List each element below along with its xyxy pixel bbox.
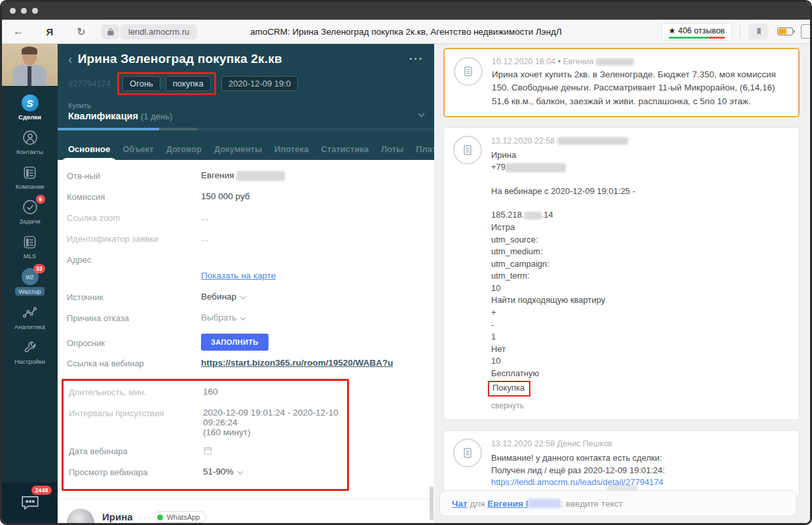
amocrm-logo-icon: S [22, 94, 39, 111]
calendar-icon[interactable] [203, 446, 213, 456]
analytics-icon [22, 304, 39, 321]
field-address: Адрес [67, 254, 426, 267]
deal-scrollbar-thumb[interactable] [430, 486, 434, 520]
companies-icon [22, 164, 39, 181]
deal-title: Ирина Зеленоград покупка 2к.кв [78, 52, 282, 66]
reviews-rating-bar [669, 37, 725, 39]
browser-toolbar: ← Я ↻ lendl.amocrm.ru amoCRM: Ирина Зеле… [2, 20, 810, 44]
deal-id: #27794174 [68, 79, 111, 88]
field-intervals: Интервалы присутствия 2020-12-09 19:01:2… [69, 408, 347, 437]
back-chevron-icon[interactable]: ‹ [68, 52, 73, 66]
wrench-icon [22, 339, 39, 356]
star-icon: ★ [669, 26, 676, 35]
stage-name[interactable]: Квалификация [68, 111, 138, 121]
tag-chip[interactable]: покупка [166, 76, 211, 91]
annotation-box-purchase: Покупка [488, 381, 530, 397]
sidebar: S Сделки Контакты Компании 9 [2, 44, 58, 523]
show-on-map-link[interactable]: Показать на карте [201, 271, 276, 281]
field-refusal-reason: Причина отказа Выбрать [67, 313, 426, 325]
tab-mortgage[interactable]: Ипотека [274, 144, 308, 154]
deal-fields: Отв-ный Евгения Комиссия 150 000 руб Ссы… [58, 160, 434, 523]
tab-contract[interactable]: Договор [166, 144, 202, 154]
note-icon [454, 57, 483, 86]
webinar-url-link[interactable]: https://start.bizon365.ru/room/19520/WAB… [201, 358, 393, 368]
bookmark-icon[interactable] [748, 24, 769, 40]
field-zoom-link: Ссылка zoom ... [67, 212, 426, 225]
tasks-icon: 9 [22, 199, 39, 216]
field-webinar-link: Ссылка на вебинар https://start.bizon365… [67, 358, 426, 370]
chat-bubble-icon[interactable]: 2448 [20, 494, 40, 512]
address-bar[interactable]: lendl.amocrm.ru [120, 24, 197, 39]
contact-avatar [67, 509, 94, 523]
tag-chip[interactable]: Огонь [122, 76, 160, 91]
wazzup-badge: 33 [33, 264, 45, 273]
whatsapp-dot-icon [157, 515, 163, 520]
traffic-light-zoom[interactable] [32, 8, 38, 14]
traffic-light-minimize[interactable] [21, 8, 27, 14]
field-webinar-date: Дата вебинара [69, 446, 347, 458]
lock-icon[interactable] [101, 24, 119, 39]
sidebar-item-tasks[interactable]: 9 Задачи [2, 199, 58, 225]
sidebar-item-deals[interactable]: S Сделки [2, 94, 58, 121]
deal-header: ‹ Ирина Зеленоград покупка 2к.кв ··· #27… [58, 44, 434, 160]
tab-statistics[interactable]: Статистика [321, 144, 369, 154]
annotation-box-tags: Огонь покупка [117, 72, 216, 95]
contact-name[interactable]: Ирина [102, 511, 133, 522]
sidebar-item-settings[interactable]: Настройки [2, 339, 58, 365]
field-responsible: Отв-ный Евгения [67, 170, 426, 183]
deal-more-icon[interactable]: ··· [409, 53, 424, 65]
tab-object[interactable]: Объект [122, 144, 154, 154]
online-dot: • [558, 57, 561, 66]
sidebar-footer: 2448 [2, 482, 58, 523]
tab-lots[interactable]: Лоты [381, 144, 403, 154]
chat-input[interactable]: Чат для Евгения I: введите текст [439, 490, 797, 516]
pipeline-name: Купить [68, 102, 172, 109]
field-webinar-view: Просмотр вебинара 51-90% [69, 467, 347, 479]
fill-quiz-button[interactable]: ЗАПОЛНИТЬ [201, 334, 268, 351]
field-quiz: Опросник ЗАПОЛНИТЬ [67, 334, 426, 351]
feed-panel: 10.12.2020 16:04 • Евгения Ирина хочет к… [434, 44, 810, 523]
tasks-badge: 9 [36, 195, 45, 204]
field-duration: Длительность, мин. 160 [69, 387, 347, 399]
chevron-down-icon[interactable] [418, 111, 425, 117]
sidebar-item-analytics[interactable]: Аналитика [2, 304, 58, 330]
contact-more-icon[interactable]: ··· [139, 513, 151, 522]
field-source: Источник Вебинар [67, 292, 426, 304]
field-request-id: Идентификатор заявки ... [67, 233, 426, 246]
stage-duration: (1 день) [141, 111, 172, 121]
note-icon [453, 438, 482, 467]
stage-progress-bar[interactable] [58, 128, 434, 130]
sidebar-item-companies[interactable]: Компании [2, 164, 58, 190]
whatsapp-badge[interactable]: WhatsApp [154, 511, 206, 523]
window-titlebar [2, 2, 810, 20]
clipped-toolbar-icon[interactable] [801, 24, 810, 39]
mls-icon [22, 233, 39, 250]
tab-documents[interactable]: Документы [214, 144, 262, 154]
field-map-link: Показать на карте [67, 271, 426, 283]
tab-main[interactable]: Основное [68, 144, 110, 154]
contacts-icon [22, 129, 39, 146]
deal-tabs: Основное Объект Договор Документы Ипотек… [68, 138, 424, 160]
chat-badge: 2448 [31, 486, 51, 495]
sidebar-item-mls[interactable]: MLS [2, 233, 58, 260]
collapse-link[interactable]: свернуть [491, 400, 635, 412]
reviews-widget[interactable]: ★ 406 отзывов [661, 23, 732, 41]
back-icon[interactable]: ← [9, 26, 28, 37]
linked-contact[interactable]: Ирина ··· WhatsApp [67, 509, 426, 523]
note-card-highlighted[interactable]: 10.12.2020 16:04 • Евгения Ирина хочет к… [443, 48, 800, 117]
sidebar-item-wazzup[interactable]: wz 33 Wazzup [2, 268, 58, 296]
chat-person-link[interactable]: Евгения I [487, 499, 528, 509]
sidebar-item-contacts[interactable]: Контакты [2, 129, 58, 155]
traffic-light-close[interactable] [10, 8, 16, 14]
yandex-browser-icon[interactable]: Я [40, 26, 60, 37]
annotation-box-webinar-fields: Длительность, мин. 160 Интервалы присутс… [62, 379, 349, 491]
reload-icon[interactable]: ↻ [71, 26, 91, 38]
note-icon [453, 136, 482, 165]
chat-link[interactable]: Чат [452, 499, 468, 509]
field-commission: Комиссия 150 000 руб [67, 191, 426, 204]
user-photo[interactable] [2, 44, 58, 86]
deal-panel: ‹ Ирина Зеленоград покупка 2к.кв ··· #27… [58, 44, 434, 523]
deal-date-chip[interactable]: 2020-12-09 19:0 [221, 76, 298, 91]
note-card-webinar[interactable]: 13.12.2020 22:58 Ирина +79 На вебинаре с… [443, 127, 800, 420]
lead-detail-link[interactable]: https://lendl.amocrm.ru/leads/detail/277… [491, 477, 663, 487]
